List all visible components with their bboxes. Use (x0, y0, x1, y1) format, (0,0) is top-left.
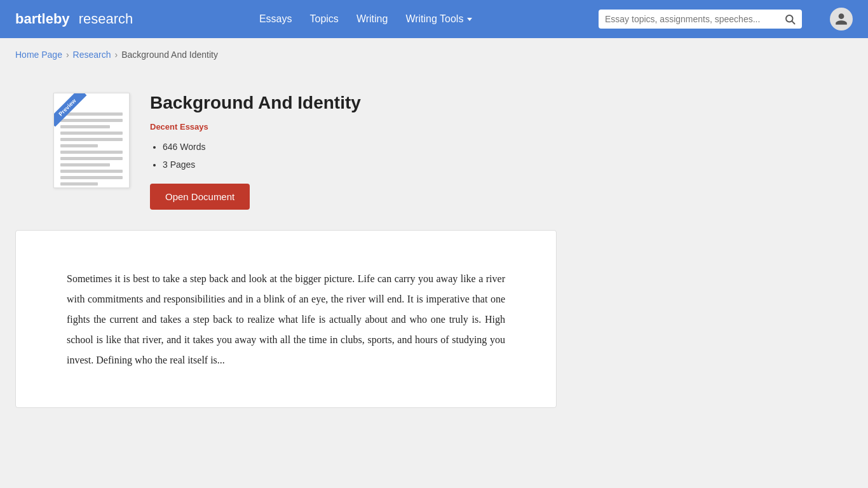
chevron-down-icon (467, 18, 472, 21)
main-nav: Essays Topics Writing Writing Tools (153, 13, 578, 25)
thumb-line (60, 182, 98, 186)
logo-research: research (79, 11, 133, 27)
nav-topics[interactable]: Topics (310, 13, 339, 25)
preview-ribbon (54, 93, 92, 132)
main-content: Background And Identity Decent Essays 64… (0, 67, 572, 423)
nav-writing-tools[interactable]: Writing Tools (405, 13, 472, 25)
essay-meta: 646 Words 3 Pages (150, 138, 557, 173)
site-header: bartleby research Essays Topics Writing … (0, 0, 868, 38)
thumb-line (60, 163, 110, 166)
thumb-line (60, 170, 123, 173)
open-document-button[interactable]: Open Document (150, 184, 250, 210)
search-bar (599, 10, 802, 29)
breadcrumb-current: Background And Identity (121, 50, 218, 60)
thumb-line (60, 151, 123, 154)
breadcrumb-sep-2: › (115, 50, 118, 60)
user-avatar (830, 8, 853, 30)
thumb-line (60, 176, 123, 179)
document-body-text: Sometimes it is best to take a step back… (67, 269, 505, 370)
search-input[interactable] (605, 14, 784, 24)
breadcrumb-home[interactable]: Home Page (15, 50, 62, 60)
essay-thumbnail (53, 93, 130, 188)
breadcrumb-research[interactable]: Research (73, 50, 111, 60)
document-preview: Sometimes it is best to take a step back… (15, 230, 557, 408)
search-icon (784, 13, 796, 25)
essay-pages: 3 Pages (163, 156, 557, 173)
essay-info: Background And Identity Decent Essays 64… (150, 93, 557, 210)
logo-bartleby: bartleby (15, 11, 70, 27)
nav-writing[interactable]: Writing (356, 13, 388, 25)
breadcrumb-sep-1: › (66, 50, 69, 60)
svg-line-1 (792, 21, 794, 24)
breadcrumb: Home Page › Research › Background And Id… (0, 38, 868, 67)
search-button[interactable] (784, 13, 796, 25)
essay-header: Background And Identity Decent Essays 64… (15, 93, 557, 210)
essay-quality-badge: Decent Essays (150, 122, 557, 132)
nav-essays[interactable]: Essays (259, 13, 292, 25)
essay-title: Background And Identity (150, 93, 557, 113)
thumb-line (60, 132, 123, 135)
thumb-line (60, 138, 123, 141)
logo[interactable]: bartleby research (15, 11, 133, 27)
thumb-line (60, 144, 98, 147)
user-account[interactable] (830, 8, 853, 30)
thumb-line (60, 157, 123, 160)
user-icon (834, 12, 848, 26)
essay-words: 646 Words (163, 138, 557, 156)
